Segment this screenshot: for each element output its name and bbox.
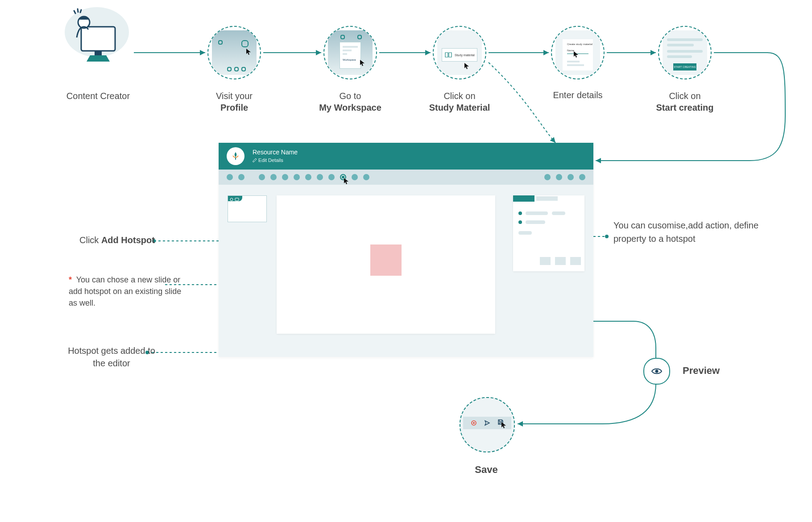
creator-illustration — [62, 4, 134, 67]
toolbar-dot[interactable] — [270, 174, 277, 180]
svg-point-11 — [605, 235, 609, 238]
step-circle-study: Study material — [433, 26, 486, 79]
callout-customise: You can cusomise,add action, define prop… — [613, 219, 761, 245]
editor-window: Resource Name Edit Details — [219, 143, 593, 357]
toolbar-dot[interactable] — [317, 174, 323, 180]
save-label: Save — [464, 464, 509, 476]
svg-point-21 — [655, 370, 659, 373]
eye-icon — [651, 367, 663, 375]
panel-button[interactable] — [570, 257, 581, 265]
panel-tab-active[interactable] — [513, 195, 534, 202]
callout-add-hotspot: Click Add Hotspot — [79, 235, 155, 245]
toolbar-dot[interactable] — [227, 174, 233, 180]
step-circle-save — [460, 397, 515, 452]
editor-toolbar — [219, 170, 593, 185]
study-mini-label: Study material — [455, 54, 475, 57]
svg-point-23 — [473, 422, 475, 424]
step-circle-details: Create study material Name — [551, 26, 605, 79]
step-label-creator: Content Creator — [54, 90, 143, 102]
step-circle-workspace: Workspace — [323, 26, 377, 79]
step-label-profile: Visit yourProfile — [190, 90, 279, 113]
start-mini-button: START CREATING — [673, 63, 696, 70]
callout-hotspot-added: Hotspot gets added to the editor — [62, 344, 161, 369]
callout-slide-note: * You can chose a new slide or add hotsp… — [69, 274, 185, 309]
svg-rect-16 — [235, 157, 236, 160]
resource-title: Resource Name — [253, 148, 298, 156]
svg-rect-20 — [235, 198, 239, 201]
logo-disc — [227, 147, 244, 165]
hotspot-rectangle[interactable] — [370, 244, 402, 276]
send-icon[interactable] — [484, 420, 490, 426]
panel-buttons — [540, 257, 581, 265]
toolbar-dot[interactable] — [352, 174, 358, 180]
step-label-study: Click onStudy Material — [415, 90, 504, 113]
toolbar-dot[interactable] — [568, 174, 574, 180]
toolbar-dot[interactable] — [282, 174, 288, 180]
preview-button[interactable] — [643, 358, 670, 385]
toolbar-dot[interactable] — [556, 174, 562, 180]
edit-icon — [253, 158, 257, 162]
edit-details-link[interactable]: Edit Details — [258, 157, 283, 163]
svg-rect-13 — [81, 27, 115, 51]
preview-label: Preview — [683, 365, 720, 377]
editor-titlebar: Resource Name Edit Details — [219, 143, 593, 170]
panel-button[interactable] — [555, 257, 566, 265]
step-label-start: Click onStart creating — [640, 90, 729, 113]
diksha-logo-icon — [231, 151, 240, 161]
slide-thumbnail[interactable] — [228, 195, 267, 222]
panel-tab[interactable] — [536, 196, 558, 201]
workspace-mini-label: Workspace — [343, 58, 356, 61]
help-icon[interactable] — [471, 420, 477, 426]
toolbar-dot[interactable] — [305, 174, 311, 180]
toolbar-dot[interactable] — [294, 174, 300, 180]
step-circle-start: START CREATING — [658, 26, 712, 79]
editor-canvas[interactable] — [277, 195, 495, 334]
svg-point-19 — [230, 198, 233, 201]
toolbar-dot[interactable] — [328, 174, 335, 180]
toolbar-dot[interactable] — [544, 174, 551, 180]
details-mini-title: Create study material — [567, 43, 592, 46]
toolbar-dot[interactable] — [363, 174, 369, 180]
step-label-workspace: Go toMy Workspace — [306, 90, 395, 113]
properties-panel — [513, 195, 584, 271]
toolbar-add-hotspot[interactable] — [340, 174, 346, 180]
panel-button[interactable] — [540, 257, 551, 265]
toolbar-dot[interactable] — [238, 174, 244, 180]
toolbar-dot[interactable] — [259, 174, 265, 180]
svg-rect-14 — [95, 51, 102, 55]
step-circle-profile — [207, 26, 261, 79]
toolbar-dot[interactable] — [579, 174, 585, 180]
step-label-details: Enter details — [533, 89, 622, 101]
